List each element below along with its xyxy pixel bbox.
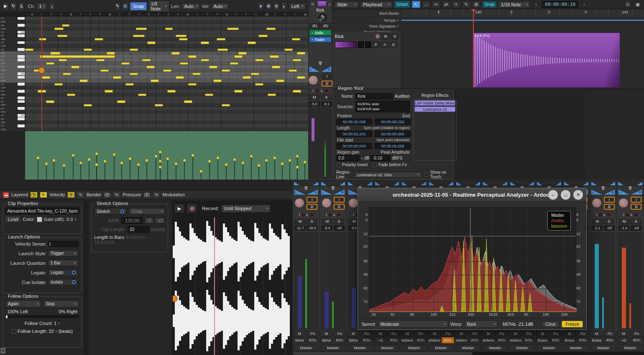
channel-select[interactable]: 1▾ [36,3,47,10]
velocity-dot[interactable] [250,155,253,158]
velocity-sense-input[interactable] [48,241,78,247]
piano-key[interactable]: B3 [0,117,25,121]
window-titlebar[interactable]: orchestral-2025-11-05 - Realtime Percept… [358,188,586,202]
bender-visible-icon[interactable] [67,192,75,198]
midi-note[interactable] [42,76,50,79]
tempo-ruler[interactable] [401,18,644,23]
cue-isolate-toggle[interactable]: Isolate [48,279,78,286]
velocity-edit-icon[interactable]: ✎ [40,192,47,198]
midi-note[interactable] [79,79,88,82]
rta-button[interactable]: RTA [523,337,535,343]
mute-button[interactable]: M [619,219,629,224]
midi-note[interactable] [234,55,243,58]
phase1-button[interactable]: Ø1 [310,23,320,29]
midi-note[interactable] [155,104,163,107]
midi-note[interactable] [130,73,138,76]
white-key[interactable]: C4 [18,114,25,117]
piano-key[interactable]: C#5 [0,68,25,72]
position-field[interactable]: 00:05:06.055 [336,119,372,125]
velocity-dot[interactable] [225,163,228,166]
gain-knob[interactable] [322,198,332,208]
strip-tab[interactable] [482,180,495,186]
midi-note[interactable] [96,59,105,62]
midi-note[interactable] [276,79,284,82]
velocity-lollipop[interactable] [114,155,115,180]
double-tempo-button[interactable]: x2 [155,218,165,223]
piano-key[interactable]: F#5 [0,51,25,55]
velocity-dot[interactable] [158,165,162,169]
midi-note[interactable] [217,48,228,51]
midi-note[interactable] [234,90,243,93]
meter-point-button[interactable]: M [428,330,441,337]
file-start-field[interactable]: 00:00:00.000 [336,143,372,149]
velocity-lollipop[interactable] [46,164,47,180]
input-button[interactable]: I [322,74,332,79]
legato-toggle[interactable]: Legato [48,269,78,276]
midi-note[interactable] [188,83,197,86]
post-button[interactable]: Po [307,330,319,337]
velocity-lollipop[interactable] [234,160,235,180]
clip-gain-spinner[interactable]: ▲▼ [74,218,77,221]
meter-point-button[interactable]: M [320,330,333,337]
midi-note[interactable] [167,90,176,93]
velocity-dot[interactable] [103,160,107,163]
midi-note[interactable] [284,48,293,51]
velocity-lollipop[interactable] [192,155,193,180]
strip-tab[interactable] [320,180,333,186]
record-enable-button[interactable] [375,34,380,39]
white-key[interactable] [18,24,25,27]
velocity-dot[interactable] [154,155,158,158]
speed-select[interactable]: Moderate▾ [378,320,448,328]
follow-length-value[interactable]: 32 [49,329,54,334]
grid-select[interactable]: 1/8 Note▾ [148,0,169,12]
velocity-dot[interactable] [45,162,48,165]
velocity-dot[interactable] [95,163,98,166]
show-on-touch-checkbox[interactable] [424,172,428,177]
pressure-edit-icon[interactable]: ✎ [113,192,120,198]
slide-mode-select[interactable]: Slide▾ [335,1,359,8]
follow-count-spinner[interactable]: ▲▼ [58,322,60,325]
meter-point-button[interactable]: M [401,330,414,337]
disk-button[interactable]: D [604,204,615,210]
strip-tab[interactable] [374,180,387,186]
input-button[interactable]: I [307,197,317,203]
white-key[interactable] [18,83,25,86]
velocity-lollipop[interactable] [64,165,64,180]
velocity-lollipop[interactable] [73,155,74,180]
clip-playhead[interactable] [214,217,215,355]
midi-note[interactable] [25,48,33,51]
gain-knob[interactable] [348,198,358,208]
midi-note[interactable] [238,52,247,55]
piano-key[interactable]: C#4 [0,110,25,114]
strip-tab[interactable] [455,180,468,186]
midi-note[interactable] [297,52,305,55]
rta-button[interactable]: RTA [360,337,373,343]
piano-key[interactable]: B5 [0,34,25,37]
midi-note[interactable] [39,38,46,41]
velocity-lollipop[interactable] [167,159,168,180]
clip-gain-value[interactable]: 0.0 [66,217,73,222]
input-button[interactable]: I [631,197,641,203]
gain-knob[interactable] [618,198,629,208]
white-key[interactable] [18,117,25,120]
midi-note[interactable] [67,94,75,96]
output-master-button[interactable]: Master [590,344,616,351]
velocity-lollipop[interactable] [274,158,275,180]
midi-note[interactable] [105,90,113,93]
strip-tab[interactable] [603,180,616,186]
piano-key[interactable]: D4 [0,107,25,110]
velocity-dot[interactable] [191,154,194,157]
piano-key[interactable]: F5 [0,55,25,58]
midi-note[interactable] [243,76,251,79]
midi-note[interactable] [117,100,125,103]
meter-point-button[interactable]: M [455,330,468,337]
velocity-visible-icon[interactable] [30,192,38,198]
strip-tab[interactable] [509,180,522,186]
midi-note[interactable] [133,35,145,38]
velocity-lollipop[interactable] [297,167,298,180]
maximize-icon[interactable]: □ [561,190,570,200]
meter-point-button[interactable]: M [374,330,387,337]
velocity-dot[interactable] [36,156,40,160]
output-master-button[interactable]: Master [536,344,562,351]
clip-color-swatch[interactable] [37,217,42,222]
